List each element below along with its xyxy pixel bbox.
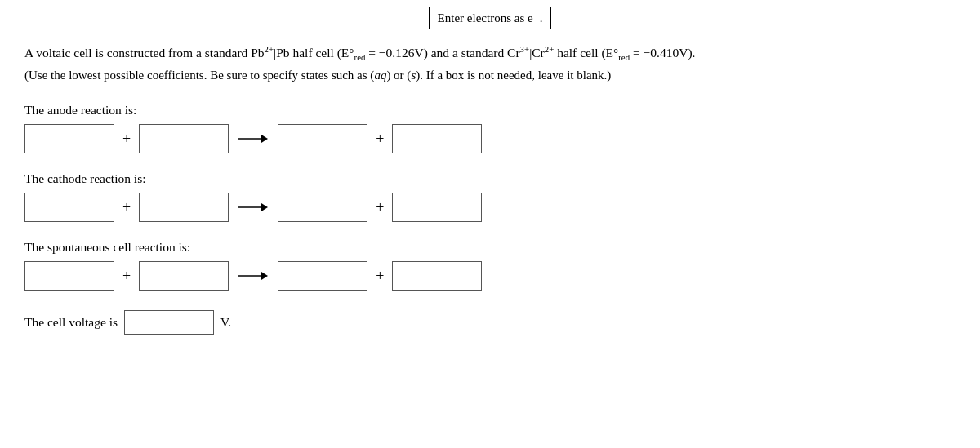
- cathode-input-1[interactable]: [24, 193, 114, 222]
- cathode-plus-1: +: [121, 199, 132, 216]
- anode-input-4[interactable]: [392, 124, 482, 153]
- cell-voltage-row: The cell voltage is V.: [24, 310, 956, 335]
- cathode-arrow: [235, 199, 271, 215]
- cell-voltage-label-after: V.: [220, 315, 231, 330]
- anode-plus-1: +: [121, 131, 132, 148]
- spontaneous-input-2[interactable]: [139, 261, 229, 291]
- anode-input-2[interactable]: [139, 124, 229, 153]
- spontaneous-arrow: [235, 268, 271, 284]
- cathode-section: The cathode reaction is: + +: [24, 171, 956, 222]
- cathode-label: The cathode reaction is:: [24, 171, 956, 186]
- cell-voltage-input[interactable]: [124, 310, 214, 335]
- problem-line2: (Use the lowest possible coefficients. B…: [24, 69, 611, 82]
- spontaneous-input-3[interactable]: [278, 261, 368, 291]
- spontaneous-input-4[interactable]: [392, 261, 482, 291]
- cathode-input-3[interactable]: [278, 193, 368, 222]
- cathode-plus-2: +: [374, 199, 385, 216]
- problem-description: A voltaic cell is constructed from a sta…: [24, 42, 956, 85]
- anode-plus-2: +: [374, 131, 385, 148]
- cathode-input-4[interactable]: [392, 193, 482, 222]
- anode-arrow: [235, 131, 271, 147]
- anode-section: The anode reaction is: + +: [24, 103, 956, 153]
- anode-label: The anode reaction is:: [24, 103, 956, 118]
- cell-voltage-label-before: The cell voltage is: [24, 315, 118, 330]
- electrons-hint: Enter electrons as e⁻.: [429, 7, 552, 29]
- spontaneous-label: The spontaneous cell reaction is:: [24, 240, 956, 255]
- spontaneous-row: + +: [24, 261, 956, 291]
- anode-input-3[interactable]: [278, 124, 368, 153]
- cathode-row: + +: [24, 193, 956, 222]
- spontaneous-section: The spontaneous cell reaction is: + +: [24, 240, 956, 291]
- spontaneous-input-1[interactable]: [24, 261, 114, 291]
- svg-marker-1: [261, 135, 268, 143]
- problem-line1: A voltaic cell is constructed from a sta…: [24, 46, 695, 60]
- electrons-hint-text: Enter electrons as e⁻.: [438, 11, 543, 24]
- spontaneous-plus-1: +: [121, 268, 132, 285]
- svg-marker-3: [261, 203, 268, 211]
- spontaneous-plus-2: +: [374, 268, 385, 285]
- svg-marker-5: [261, 272, 268, 280]
- anode-input-1[interactable]: [24, 124, 114, 153]
- cathode-input-2[interactable]: [139, 193, 229, 222]
- anode-row: + +: [24, 124, 956, 153]
